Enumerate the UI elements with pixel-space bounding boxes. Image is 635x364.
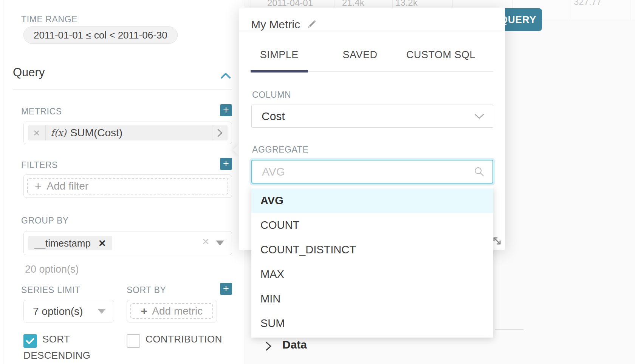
group-by-select[interactable]: __timestamp ✕ × (23, 231, 232, 255)
popover-header-divider (239, 31, 505, 31)
column-select[interactable]: Cost (251, 105, 493, 128)
table-cell-border (630, 0, 630, 20)
data-panel-header[interactable]: Data (282, 338, 307, 351)
tag-label: __timestamp (34, 238, 91, 249)
metric-title: My Metric (251, 18, 300, 31)
series-limit-label: SERIES LIMIT (21, 285, 81, 295)
edit-metric-chevron-icon[interactable] (212, 128, 228, 137)
active-tab-underline (251, 70, 308, 72)
add-sort-metric-plus-button[interactable]: + (220, 283, 232, 295)
plus-icon: + (35, 180, 42, 193)
pill-divider (45, 125, 46, 140)
chevron-down-icon (474, 113, 485, 119)
add-filter-plus-button[interactable]: + (220, 158, 232, 170)
add-sort-metric-label: Add metric (152, 305, 203, 317)
dropdown-caret-icon (98, 309, 105, 314)
tab-custom-sql[interactable]: CUSTOM SQL (400, 43, 481, 66)
contribution-checkbox[interactable] (127, 334, 140, 348)
time-range-pill[interactable]: 2011-01-01 ≤ col < 2011-06-30 (23, 26, 178, 44)
aggregate-option[interactable]: AVG (251, 188, 493, 213)
dropdown-caret-icon[interactable] (216, 241, 224, 245)
fx-icon: f(x) (51, 128, 67, 138)
left-border (3, 0, 3, 364)
contribution-label: CONTRIBUTION (146, 333, 222, 345)
metrics-container: × f(x) SUM(Cost) (23, 122, 232, 144)
tag-remove-icon[interactable]: ✕ (98, 238, 106, 249)
add-metric-plus-button[interactable]: + (220, 104, 232, 116)
series-limit-value: 7 option(s) (33, 305, 83, 318)
aggregate-option[interactable]: COUNT_DISTINCT (251, 238, 493, 262)
sort-by-label: SORT BY (127, 285, 166, 295)
add-sort-metric-button[interactable]: + Add metric (130, 303, 213, 319)
data-panel-chevron-right-icon[interactable] (265, 341, 273, 351)
group-by-options-hint: 20 option(s) (25, 264, 79, 275)
plus-icon: + (141, 305, 148, 318)
table-cell-date: 2011-04-01 (267, 0, 313, 8)
tab-simple[interactable]: SIMPLE (239, 43, 320, 66)
aggregate-input[interactable]: AVG (251, 160, 493, 184)
popover-resize-handle-icon[interactable] (492, 235, 502, 247)
table-cell-value: 327.77 (574, 0, 601, 7)
clear-select-icon[interactable]: × (202, 234, 209, 248)
column-select-value: Cost (262, 110, 474, 123)
metric-tabs: SIMPLE SAVED CUSTOM SQL (239, 43, 481, 66)
collapse-chevron-up-icon[interactable] (220, 72, 231, 79)
add-filter-label: Add filter (47, 180, 89, 192)
group-by-label: GROUP BY (21, 216, 69, 226)
column-label: COLUMN (252, 90, 291, 100)
table-cell-border (570, 0, 570, 20)
data-panel-border (495, 329, 523, 330)
query-section-title: Query (13, 66, 45, 79)
contribution-control[interactable]: CONTRIBUTION (127, 332, 240, 348)
control-panel: TIME RANGE 2011-01-01 ≤ col < 2011-06-30… (0, 0, 244, 364)
sort-descending-checkbox[interactable] (23, 334, 37, 348)
table-cell-value: 21.4k (342, 0, 364, 8)
sort-descending-control[interactable]: SORT DESCENDING (23, 332, 114, 363)
search-icon (474, 166, 485, 177)
sort-by-container: + Add metric (127, 300, 217, 322)
aggregate-option[interactable]: COUNT (251, 213, 493, 238)
aggregate-option[interactable]: MAX (251, 262, 493, 287)
metric-pill[interactable]: × f(x) SUM(Cost) (28, 125, 228, 140)
section-divider (13, 89, 232, 89)
series-limit-select[interactable]: 7 option(s) (23, 300, 114, 322)
table-cell-value: 13.2k (395, 0, 418, 8)
filters-label: FILTERS (21, 160, 58, 170)
metrics-label: METRICS (21, 106, 62, 117)
time-range-label: TIME RANGE (21, 14, 77, 25)
aggregate-label: AGGREGATE (252, 145, 308, 155)
aggregate-placeholder: AVG (262, 165, 474, 178)
edit-title-pencil-icon[interactable] (306, 19, 317, 30)
data-panel-border (495, 332, 523, 332)
filters-container: + Add filter (23, 174, 232, 198)
add-filter-button[interactable]: + Add filter (27, 178, 228, 194)
aggregate-option[interactable]: MIN (251, 287, 493, 311)
remove-metric-icon[interactable]: × (28, 126, 45, 139)
aggregate-options-menu: AVGCOUNTCOUNT_DISTINCTMAXMINSUM (251, 186, 493, 338)
tab-saved[interactable]: SAVED (320, 43, 401, 66)
group-by-tag[interactable]: __timestamp ✕ (28, 236, 112, 250)
metric-name: SUM(Cost) (70, 127, 122, 139)
aggregate-option[interactable]: SUM (251, 311, 493, 336)
